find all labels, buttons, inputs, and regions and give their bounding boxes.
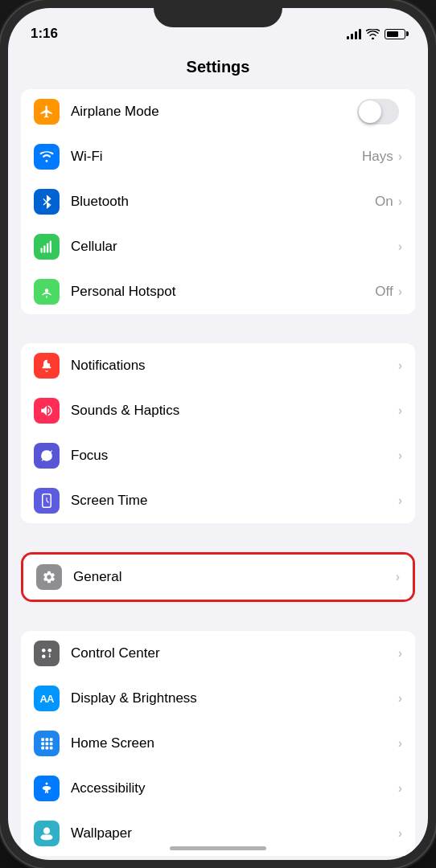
svg-rect-20 xyxy=(50,747,53,750)
wifi-setting-icon xyxy=(34,144,60,170)
status-icons xyxy=(347,28,405,39)
accessibility-label: Accessibility xyxy=(71,780,398,796)
phone-frame: 1:16 Settings xyxy=(0,0,436,868)
settings-item-notifications[interactable]: Notifications › xyxy=(21,343,415,388)
display-brightness-icon: AA xyxy=(34,686,60,711)
cellular-chevron: › xyxy=(398,240,402,254)
home-screen-icon xyxy=(34,731,60,756)
wifi-chevron: › xyxy=(398,149,402,164)
svg-point-21 xyxy=(46,783,48,785)
svg-point-7 xyxy=(42,649,46,653)
settings-item-bluetooth[interactable]: Bluetooth On › xyxy=(21,179,415,224)
settings-item-cellular[interactable]: Cellular › xyxy=(21,224,415,269)
home-indicator xyxy=(170,846,266,850)
cellular-label: Cellular xyxy=(71,239,398,255)
display-brightness-label: Display & Brightness xyxy=(71,690,398,706)
svg-rect-12 xyxy=(41,738,44,741)
accessibility-chevron: › xyxy=(398,781,402,796)
bluetooth-label: Bluetooth xyxy=(71,194,375,210)
notifications-icon xyxy=(34,353,60,379)
notifications-chevron: › xyxy=(398,358,402,373)
wifi-label: Wi-Fi xyxy=(71,149,362,165)
svg-rect-14 xyxy=(50,738,53,741)
bluetooth-chevron: › xyxy=(398,194,402,209)
svg-rect-1 xyxy=(43,246,45,253)
hotspot-icon xyxy=(34,279,60,305)
hotspot-value: Off xyxy=(375,284,393,300)
hotspot-label: Personal Hotspot xyxy=(71,284,375,300)
focus-icon xyxy=(34,443,60,469)
general-label: General xyxy=(73,569,396,585)
svg-rect-16 xyxy=(46,743,49,746)
battery-icon xyxy=(385,29,405,39)
svg-rect-0 xyxy=(41,248,43,253)
sounds-haptics-chevron: › xyxy=(398,403,402,418)
wallpaper-icon xyxy=(34,821,60,846)
airplane-mode-label: Airplane Mode xyxy=(71,104,357,120)
settings-item-general[interactable]: General › xyxy=(23,555,413,600)
signal-icon xyxy=(347,28,361,39)
settings-item-display-brightness[interactable]: AA Display & Brightness › xyxy=(21,676,415,721)
settings-content[interactable]: Settings Airplane Mode xyxy=(8,48,428,860)
sounds-haptics-label: Sounds & Haptics xyxy=(71,403,398,419)
svg-point-10 xyxy=(49,656,51,657)
sounds-haptics-icon xyxy=(34,398,60,424)
notifications-label: Notifications xyxy=(71,358,398,374)
svg-rect-17 xyxy=(50,743,53,746)
display-brightness-chevron: › xyxy=(398,691,402,706)
accessibility-icon xyxy=(34,776,60,801)
svg-point-4 xyxy=(45,289,49,293)
settings-item-control-center[interactable]: Control Center › xyxy=(21,631,415,676)
wifi-icon xyxy=(366,29,380,39)
focus-chevron: › xyxy=(398,448,402,463)
notch xyxy=(154,0,282,27)
svg-point-5 xyxy=(47,359,51,363)
settings-group-connectivity: Airplane Mode Wi-Fi Hays › xyxy=(21,89,415,314)
settings-item-personal-hotspot[interactable]: Personal Hotspot Off › xyxy=(21,269,415,314)
svg-rect-18 xyxy=(41,747,44,750)
settings-group-display: Control Center › AA Display & Brightness… xyxy=(21,631,415,856)
focus-label: Focus xyxy=(71,448,398,464)
settings-item-sounds-haptics[interactable]: Sounds & Haptics › xyxy=(21,388,415,433)
status-time: 1:16 xyxy=(31,26,58,42)
wallpaper-chevron: › xyxy=(398,826,402,841)
general-icon xyxy=(36,564,62,590)
settings-item-screen-time[interactable]: Screen Time › xyxy=(21,478,415,523)
home-screen-label: Home Screen xyxy=(71,735,398,751)
bluetooth-icon xyxy=(34,189,60,215)
settings-item-accessibility[interactable]: Accessibility › xyxy=(21,766,415,811)
hotspot-chevron: › xyxy=(398,285,402,299)
settings-item-airplane-mode[interactable]: Airplane Mode xyxy=(21,89,415,134)
settings-item-wifi[interactable]: Wi-Fi Hays › xyxy=(21,134,415,179)
screen-time-icon xyxy=(34,488,60,514)
settings-item-home-screen[interactable]: Home Screen › xyxy=(21,721,415,766)
airplane-mode-icon xyxy=(34,99,60,125)
svg-point-9 xyxy=(42,655,46,659)
wifi-value: Hays xyxy=(362,149,393,165)
control-center-label: Control Center xyxy=(71,645,398,661)
control-center-icon xyxy=(34,641,60,666)
svg-point-8 xyxy=(48,649,52,653)
general-chevron: › xyxy=(396,570,400,584)
settings-group-notifications: Notifications › Sounds & Haptics › xyxy=(21,343,415,523)
svg-point-22 xyxy=(46,829,48,832)
screen: 1:16 Settings xyxy=(8,8,428,860)
airplane-mode-toggle[interactable] xyxy=(357,99,399,125)
home-screen-chevron: › xyxy=(398,736,402,751)
svg-rect-15 xyxy=(41,743,44,746)
svg-rect-2 xyxy=(47,244,48,253)
svg-rect-13 xyxy=(46,738,49,741)
screen-time-chevron: › xyxy=(398,493,402,508)
settings-group-general-highlighted: General › xyxy=(21,552,415,602)
settings-item-focus[interactable]: Focus › xyxy=(21,433,415,478)
wallpaper-label: Wallpaper xyxy=(71,825,398,841)
bluetooth-value: On xyxy=(375,194,393,210)
svg-rect-19 xyxy=(46,747,49,750)
cellular-icon xyxy=(34,234,60,260)
screen-time-label: Screen Time xyxy=(71,493,398,509)
svg-rect-3 xyxy=(50,241,51,253)
control-center-chevron: › xyxy=(398,646,402,661)
page-title: Settings xyxy=(8,48,428,89)
